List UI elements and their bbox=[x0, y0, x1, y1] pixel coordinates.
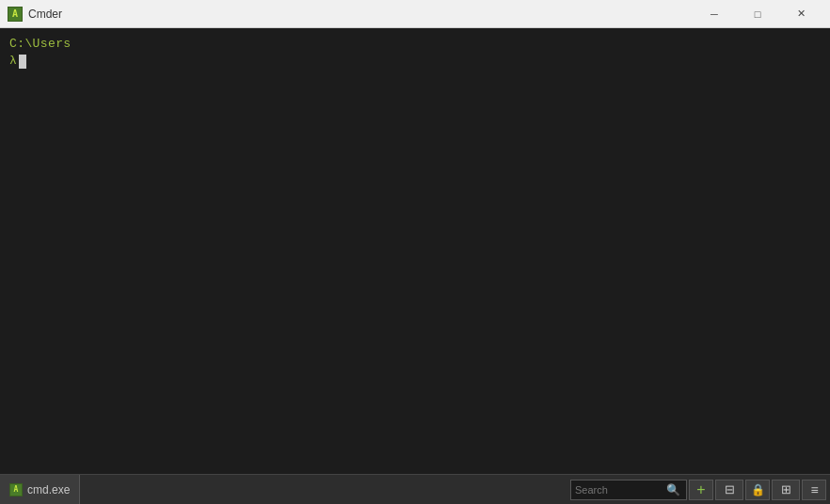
cmd-tab[interactable]: A cmd.exe bbox=[0, 475, 80, 504]
title-bar-left: A Cmder bbox=[8, 7, 62, 22]
tab-label: cmd.exe bbox=[27, 483, 70, 496]
search-box: 🔍 bbox=[570, 480, 687, 500]
terminal-cursor bbox=[19, 55, 26, 69]
status-bar: A cmd.exe 🔍 + ⊟ 🔒 ⊞ ≡ bbox=[0, 474, 830, 504]
menu-button[interactable]: ≡ bbox=[802, 480, 826, 500]
terminal-area[interactable]: C:\Users λ bbox=[0, 28, 830, 474]
search-input[interactable] bbox=[575, 484, 664, 496]
lock-icon: 🔒 bbox=[751, 483, 765, 496]
terminal-prompt-line: λ bbox=[9, 53, 821, 70]
lock-button[interactable]: 🔒 bbox=[745, 480, 770, 500]
tab-icon: A bbox=[9, 483, 23, 496]
app-icon: A bbox=[8, 7, 23, 22]
window-title: Cmder bbox=[28, 8, 62, 21]
tab-list-icon: ⊞ bbox=[781, 482, 791, 496]
status-bar-right: 🔍 + ⊟ 🔒 ⊞ ≡ bbox=[570, 475, 830, 504]
add-tab-icon: + bbox=[696, 481, 705, 498]
title-bar: A Cmder ─ □ ✕ bbox=[0, 0, 830, 28]
tab-list-button[interactable]: ⊞ bbox=[772, 480, 800, 500]
status-bar-left: A cmd.exe bbox=[0, 475, 80, 504]
terminal-path-line: C:\Users bbox=[9, 36, 821, 53]
add-tab-button[interactable]: + bbox=[689, 480, 713, 500]
search-button[interactable]: 🔍 bbox=[664, 480, 682, 499]
hamburger-icon: ≡ bbox=[810, 482, 817, 497]
split-view-button[interactable]: ⊟ bbox=[715, 480, 743, 500]
prompt-symbol: λ bbox=[9, 53, 17, 70]
split-view-icon: ⊟ bbox=[725, 482, 735, 496]
minimize-button[interactable]: ─ bbox=[693, 0, 736, 28]
title-bar-controls: ─ □ ✕ bbox=[693, 0, 822, 28]
close-button[interactable]: ✕ bbox=[779, 0, 822, 28]
maximize-button[interactable]: □ bbox=[736, 0, 779, 28]
